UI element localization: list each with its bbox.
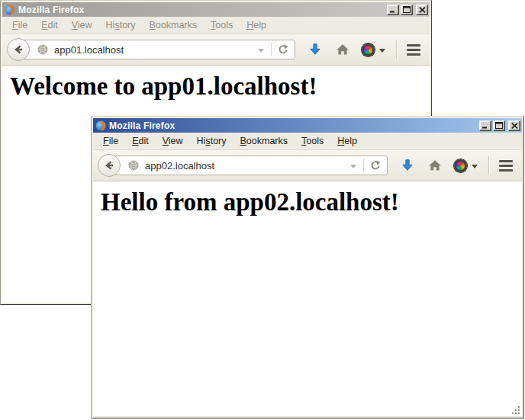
globe-icon bbox=[127, 159, 140, 172]
close-button[interactable] bbox=[416, 5, 428, 15]
toolbar-separator bbox=[488, 156, 489, 175]
reload-icon bbox=[277, 43, 289, 56]
minimize-button[interactable] bbox=[387, 5, 399, 15]
back-button[interactable] bbox=[98, 154, 121, 177]
menu-tools[interactable]: Tools bbox=[204, 18, 240, 33]
resize-grip[interactable] bbox=[511, 406, 522, 416]
menu-bookmarks[interactable]: Bookmarks bbox=[234, 133, 295, 149]
close-icon bbox=[419, 7, 426, 13]
addon-button[interactable] bbox=[454, 159, 478, 172]
color-wheel-icon bbox=[362, 43, 375, 56]
home-button[interactable] bbox=[428, 159, 442, 172]
url-bar[interactable]: app01.localhost bbox=[19, 40, 295, 59]
menu-edit[interactable]: Edit bbox=[34, 18, 65, 33]
menu-help[interactable]: Help bbox=[330, 133, 364, 149]
maximize-icon bbox=[495, 122, 503, 129]
reload-button[interactable] bbox=[363, 159, 382, 172]
open-menu-button[interactable] bbox=[407, 44, 420, 56]
maximize-button[interactable] bbox=[401, 5, 413, 15]
minimize-icon bbox=[389, 6, 397, 13]
hamburger-icon bbox=[499, 160, 513, 162]
menu-bookmarks[interactable]: Bookmarks bbox=[143, 18, 205, 33]
url-text[interactable]: app01.localhost bbox=[54, 44, 255, 56]
addon-button[interactable] bbox=[362, 43, 385, 56]
downloads-button[interactable] bbox=[401, 159, 414, 172]
navigation-toolbar: app01.localhost bbox=[2, 34, 430, 66]
menu-edit[interactable]: Edit bbox=[125, 133, 156, 149]
download-icon bbox=[308, 43, 322, 56]
window-title: Mozilla Firefox bbox=[109, 120, 175, 131]
menubar: FileEditViewHistoryBookmarksToolsHelp bbox=[93, 133, 522, 150]
reload-icon bbox=[369, 159, 382, 172]
menu-view[interactable]: View bbox=[65, 18, 99, 33]
addon-dropdown-icon bbox=[472, 165, 478, 168]
page-content-app02: Hello from app02.localhost! bbox=[93, 181, 522, 416]
home-button[interactable] bbox=[336, 43, 349, 56]
home-icon bbox=[336, 43, 349, 56]
back-button[interactable] bbox=[7, 38, 30, 61]
firefox-icon bbox=[5, 5, 15, 15]
url-dropdown-icon[interactable] bbox=[258, 49, 264, 53]
back-icon bbox=[12, 43, 24, 56]
back-icon bbox=[103, 159, 115, 172]
titlebar[interactable]: Mozilla Firefox bbox=[93, 118, 522, 133]
menu-history[interactable]: History bbox=[99, 18, 143, 33]
url-text[interactable]: app02.localhost bbox=[145, 160, 347, 172]
menu-file[interactable]: File bbox=[96, 133, 125, 149]
menubar: FileEditViewHistoryBookmarksToolsHelp bbox=[2, 17, 430, 34]
menu-view[interactable]: View bbox=[156, 133, 190, 149]
window-app02[interactable]: Mozilla Firefox FileEditViewHistoryBookm… bbox=[91, 116, 524, 418]
minimize-button[interactable] bbox=[479, 120, 491, 131]
menu-file[interactable]: File bbox=[5, 18, 34, 33]
color-wheel-icon bbox=[454, 159, 467, 172]
navigation-toolbar: app02.localhost bbox=[93, 150, 522, 181]
minimize-icon bbox=[482, 122, 489, 129]
globe-icon bbox=[37, 43, 49, 56]
reload-button[interactable] bbox=[271, 43, 289, 56]
url-bar[interactable]: app02.localhost bbox=[110, 155, 388, 175]
downloads-button[interactable] bbox=[308, 43, 322, 56]
addon-dropdown-icon bbox=[379, 49, 385, 53]
maximize-icon bbox=[403, 6, 411, 13]
toolbar-separator bbox=[396, 40, 397, 59]
hamburger-icon bbox=[407, 44, 420, 46]
open-menu-button[interactable] bbox=[499, 160, 513, 172]
close-button[interactable] bbox=[508, 120, 520, 131]
menu-tools[interactable]: Tools bbox=[295, 133, 330, 149]
url-dropdown-icon[interactable] bbox=[350, 165, 356, 168]
menu-history[interactable]: History bbox=[190, 133, 234, 149]
firefox-icon bbox=[95, 120, 106, 131]
home-icon bbox=[428, 159, 442, 172]
titlebar[interactable]: Mozilla Firefox bbox=[2, 2, 430, 17]
maximize-button[interactable] bbox=[493, 120, 505, 131]
close-icon bbox=[511, 123, 518, 129]
menu-help[interactable]: Help bbox=[240, 18, 273, 33]
page-heading: Hello from app02.localhost! bbox=[101, 188, 522, 216]
page-heading: Welcome to app01.localhost! bbox=[10, 72, 430, 101]
download-icon bbox=[401, 159, 414, 172]
window-title: Mozilla Firefox bbox=[18, 5, 84, 15]
